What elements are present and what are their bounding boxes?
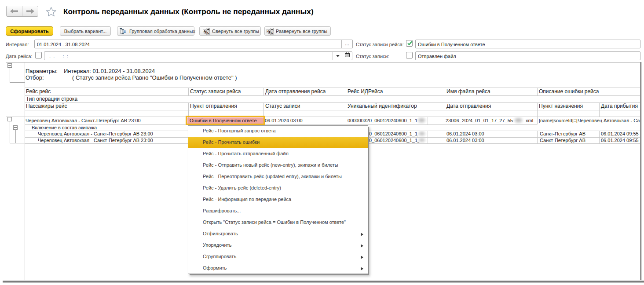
- svg-text:C: C: [271, 31, 273, 34]
- svg-text:C: C: [207, 31, 209, 34]
